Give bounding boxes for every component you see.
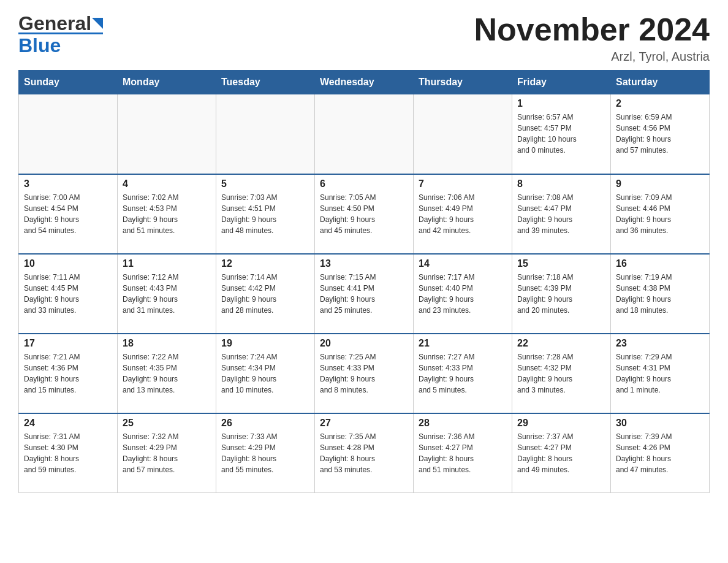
calendar-cell: 8Sunrise: 7:08 AM Sunset: 4:47 PM Daylig… (512, 174, 611, 254)
calendar-cell: 19Sunrise: 7:24 AM Sunset: 4:34 PM Dayli… (216, 334, 315, 413)
day-number: 20 (320, 338, 408, 349)
calendar-cell: 3Sunrise: 7:00 AM Sunset: 4:54 PM Daylig… (19, 174, 118, 254)
calendar-cell: 2Sunrise: 6:59 AM Sunset: 4:56 PM Daylig… (611, 94, 710, 174)
day-info: Sunrise: 7:33 AM Sunset: 4:29 PM Dayligh… (221, 431, 309, 475)
day-info: Sunrise: 7:39 AM Sunset: 4:26 PM Dayligh… (616, 431, 704, 475)
day-number: 29 (517, 418, 605, 429)
day-info: Sunrise: 7:09 AM Sunset: 4:46 PM Dayligh… (616, 192, 704, 236)
day-info: Sunrise: 7:27 AM Sunset: 4:33 PM Dayligh… (419, 351, 507, 396)
calendar-cell: 1Sunrise: 6:57 AM Sunset: 4:57 PM Daylig… (512, 94, 611, 174)
day-number: 15 (517, 258, 605, 269)
week-row-3: 10Sunrise: 7:11 AM Sunset: 4:45 PM Dayli… (19, 254, 710, 334)
weekday-header-saturday: Saturday (611, 71, 710, 94)
calendar-cell: 6Sunrise: 7:05 AM Sunset: 4:50 PM Daylig… (315, 174, 414, 254)
day-number: 9 (616, 178, 704, 190)
calendar-cell (118, 94, 216, 174)
calendar-cell: 11Sunrise: 7:12 AM Sunset: 4:43 PM Dayli… (118, 254, 216, 334)
day-number: 28 (419, 418, 507, 429)
weekday-header-sunday: Sunday (19, 71, 118, 94)
calendar-cell: 17Sunrise: 7:21 AM Sunset: 4:36 PM Dayli… (19, 334, 118, 413)
calendar-cell: 13Sunrise: 7:15 AM Sunset: 4:41 PM Dayli… (315, 254, 414, 334)
day-number: 3 (24, 178, 112, 190)
day-info: Sunrise: 7:08 AM Sunset: 4:47 PM Dayligh… (517, 192, 605, 236)
page-header: General Blue November 2024 Arzl, Tyrol, … (18, 12, 710, 64)
calendar-cell: 16Sunrise: 7:19 AM Sunset: 4:38 PM Dayli… (611, 254, 710, 334)
calendar-cell (19, 94, 118, 174)
day-info: Sunrise: 6:57 AM Sunset: 4:57 PM Dayligh… (517, 112, 605, 156)
logo-blue-text: Blue (18, 34, 61, 57)
day-info: Sunrise: 7:36 AM Sunset: 4:27 PM Dayligh… (419, 431, 507, 475)
calendar-cell: 30Sunrise: 7:39 AM Sunset: 4:26 PM Dayli… (611, 413, 710, 493)
svg-marker-0 (92, 18, 103, 29)
day-number: 19 (221, 338, 309, 349)
day-info: Sunrise: 7:22 AM Sunset: 4:35 PM Dayligh… (123, 351, 211, 396)
day-info: Sunrise: 7:31 AM Sunset: 4:30 PM Dayligh… (24, 431, 112, 475)
day-info: Sunrise: 7:19 AM Sunset: 4:38 PM Dayligh… (616, 272, 704, 316)
day-info: Sunrise: 7:14 AM Sunset: 4:42 PM Dayligh… (221, 272, 309, 316)
day-info: Sunrise: 7:03 AM Sunset: 4:51 PM Dayligh… (221, 192, 309, 236)
day-info: Sunrise: 6:59 AM Sunset: 4:56 PM Dayligh… (616, 112, 704, 156)
day-info: Sunrise: 7:15 AM Sunset: 4:41 PM Dayligh… (320, 272, 408, 316)
weekday-header-row: SundayMondayTuesdayWednesdayThursdayFrid… (19, 71, 710, 94)
day-info: Sunrise: 7:06 AM Sunset: 4:49 PM Dayligh… (419, 192, 507, 236)
day-info: Sunrise: 7:11 AM Sunset: 4:45 PM Dayligh… (24, 272, 112, 316)
logo: General Blue (18, 12, 103, 57)
calendar-cell: 28Sunrise: 7:36 AM Sunset: 4:27 PM Dayli… (414, 413, 512, 493)
day-number: 11 (123, 258, 211, 269)
calendar-cell: 10Sunrise: 7:11 AM Sunset: 4:45 PM Dayli… (19, 254, 118, 334)
logo-triangle-icon (92, 18, 103, 31)
day-info: Sunrise: 7:35 AM Sunset: 4:28 PM Dayligh… (320, 431, 408, 475)
day-info: Sunrise: 7:17 AM Sunset: 4:40 PM Dayligh… (419, 272, 507, 316)
day-info: Sunrise: 7:18 AM Sunset: 4:39 PM Dayligh… (517, 272, 605, 316)
calendar-cell: 9Sunrise: 7:09 AM Sunset: 4:46 PM Daylig… (611, 174, 710, 254)
day-info: Sunrise: 7:28 AM Sunset: 4:32 PM Dayligh… (517, 351, 605, 396)
day-number: 1 (517, 98, 605, 109)
day-info: Sunrise: 7:21 AM Sunset: 4:36 PM Dayligh… (24, 351, 112, 396)
calendar-cell: 24Sunrise: 7:31 AM Sunset: 4:30 PM Dayli… (19, 413, 118, 493)
week-row-1: 1Sunrise: 6:57 AM Sunset: 4:57 PM Daylig… (19, 94, 710, 174)
day-number: 8 (517, 178, 605, 190)
calendar-cell: 14Sunrise: 7:17 AM Sunset: 4:40 PM Dayli… (414, 254, 512, 334)
calendar-cell: 22Sunrise: 7:28 AM Sunset: 4:32 PM Dayli… (512, 334, 611, 413)
calendar-cell: 29Sunrise: 7:37 AM Sunset: 4:27 PM Dayli… (512, 413, 611, 493)
location-text: Arzl, Tyrol, Austria (474, 50, 710, 64)
day-number: 13 (320, 258, 408, 269)
day-number: 25 (123, 418, 211, 429)
day-number: 30 (616, 418, 704, 429)
weekday-header-thursday: Thursday (414, 71, 512, 94)
day-info: Sunrise: 7:12 AM Sunset: 4:43 PM Dayligh… (123, 272, 211, 316)
weekday-header-wednesday: Wednesday (315, 71, 414, 94)
day-info: Sunrise: 7:24 AM Sunset: 4:34 PM Dayligh… (221, 351, 309, 396)
calendar-cell: 26Sunrise: 7:33 AM Sunset: 4:29 PM Dayli… (216, 413, 315, 493)
day-number: 10 (24, 258, 112, 269)
calendar-cell: 5Sunrise: 7:03 AM Sunset: 4:51 PM Daylig… (216, 174, 315, 254)
day-number: 17 (24, 338, 112, 349)
calendar-cell: 21Sunrise: 7:27 AM Sunset: 4:33 PM Dayli… (414, 334, 512, 413)
day-number: 6 (320, 178, 408, 190)
calendar-cell (315, 94, 414, 174)
day-info: Sunrise: 7:25 AM Sunset: 4:33 PM Dayligh… (320, 351, 408, 396)
weekday-header-friday: Friday (512, 71, 611, 94)
day-info: Sunrise: 7:29 AM Sunset: 4:31 PM Dayligh… (616, 351, 704, 396)
day-number: 23 (616, 338, 704, 349)
day-info: Sunrise: 7:00 AM Sunset: 4:54 PM Dayligh… (24, 192, 112, 236)
weekday-header-tuesday: Tuesday (216, 71, 315, 94)
calendar-cell: 12Sunrise: 7:14 AM Sunset: 4:42 PM Dayli… (216, 254, 315, 334)
day-number: 14 (419, 258, 507, 269)
logo-general-text: General (18, 12, 91, 35)
calendar-cell: 15Sunrise: 7:18 AM Sunset: 4:39 PM Dayli… (512, 254, 611, 334)
day-number: 4 (123, 178, 211, 190)
calendar-cell: 27Sunrise: 7:35 AM Sunset: 4:28 PM Dayli… (315, 413, 414, 493)
week-row-5: 24Sunrise: 7:31 AM Sunset: 4:30 PM Dayli… (19, 413, 710, 493)
day-info: Sunrise: 7:02 AM Sunset: 4:53 PM Dayligh… (123, 192, 211, 236)
calendar-cell: 23Sunrise: 7:29 AM Sunset: 4:31 PM Dayli… (611, 334, 710, 413)
weekday-header-monday: Monday (118, 71, 216, 94)
title-area: November 2024 Arzl, Tyrol, Austria (474, 12, 710, 64)
day-number: 21 (419, 338, 507, 349)
day-number: 22 (517, 338, 605, 349)
calendar-cell: 7Sunrise: 7:06 AM Sunset: 4:49 PM Daylig… (414, 174, 512, 254)
day-number: 26 (221, 418, 309, 429)
day-number: 27 (320, 418, 408, 429)
day-number: 2 (616, 98, 704, 109)
month-title: November 2024 (474, 12, 710, 47)
